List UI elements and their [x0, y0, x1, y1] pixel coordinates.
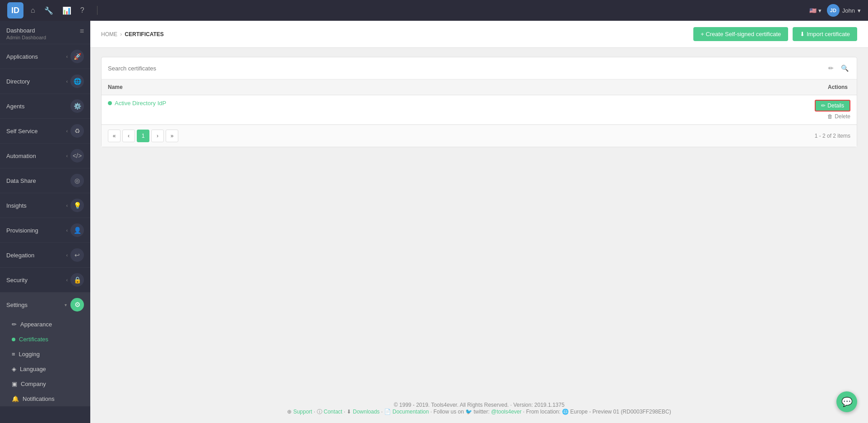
data-share-icon: ◎ — [70, 174, 84, 187]
sidebar-sub-company[interactable]: ▣ Company — [0, 377, 90, 391]
search-input[interactable] — [108, 65, 823, 72]
layout: Dashboard Admin Dashboard ≡ Applications… — [0, 21, 868, 423]
content-area: ✏ 🔍 Name Actions — [90, 48, 868, 395]
provisioning-label: Provisioning — [6, 227, 38, 234]
sidebar-sub-appearance[interactable]: ✏ Appearance — [0, 317, 90, 332]
language-selector[interactable]: 🇺🇸 ▾ — [809, 7, 822, 14]
delete-button[interactable]: 🗑 Delete — [827, 113, 850, 120]
contact-link[interactable]: Contact — [324, 409, 342, 415]
search-button[interactable]: 🔍 — [839, 63, 850, 74]
settings-chevron-icon: ▾ — [65, 302, 67, 307]
company-label: Company — [21, 381, 46, 387]
actions-column-header: Actions — [552, 79, 857, 95]
sidebar-item-data-share[interactable]: Data Share ◎ — [0, 168, 90, 193]
directory-chevron-icon: ‹ — [66, 79, 68, 84]
sidebar-item-insights[interactable]: Insights ‹ 💡 — [0, 193, 90, 218]
applications-label: Applications — [6, 53, 38, 60]
sidebar-item-self-service[interactable]: Self Service ‹ ♻ — [0, 119, 90, 144]
self-service-icon: ♻ — [70, 124, 84, 138]
language-label: Language — [20, 366, 46, 372]
certificate-name-label: Active Directory IdP — [115, 100, 166, 107]
sidebar-sub-logging[interactable]: ≡ Logging — [0, 347, 90, 362]
documentation-link[interactable]: Documentation — [392, 409, 429, 415]
applications-chevron-icon: ‹ — [66, 54, 68, 59]
certificates-label: Certificates — [19, 336, 48, 343]
applications-icon: 🚀 — [70, 50, 84, 63]
user-chevron-icon: ▾ — [858, 7, 861, 14]
details-button[interactable]: ✏ Details — [815, 100, 850, 112]
app-logo[interactable]: ID — [7, 2, 23, 19]
sidebar-sub-language[interactable]: ◈ Language — [0, 362, 90, 377]
sidebar-item-agents[interactable]: Agents ⚙️ — [0, 94, 90, 119]
self-service-label: Self Service — [6, 128, 37, 135]
certificates-table-body: Active Directory IdP ✏ Details — [102, 95, 857, 125]
sidebar-item-directory[interactable]: Directory ‹ 🌐 — [0, 69, 90, 94]
location-text: From location: — [526, 409, 561, 415]
agents-label: Agents — [6, 103, 24, 110]
table-row: Active Directory IdP ✏ Details — [102, 95, 857, 125]
settings-gear-icon: ⚙ — [70, 298, 84, 311]
table-header: Name Actions — [102, 79, 857, 95]
logging-icon: ≡ — [12, 351, 15, 358]
settings-label: Settings — [6, 302, 28, 308]
certificates-dot-icon — [12, 338, 15, 341]
sidebar-sub-notifications[interactable]: 🔔 Notifications — [0, 391, 90, 406]
pagination-bar: « ‹ 1 › » 1 - 2 of 2 items — [102, 125, 857, 147]
globe-icon: 🌐 — [562, 409, 569, 415]
pagination-controls: « ‹ 1 › » — [108, 130, 178, 142]
sidebar-sub-certificates[interactable]: Certificates — [0, 332, 90, 347]
prev-page-button[interactable]: ‹ — [122, 130, 135, 142]
top-nav: ID ⌂ 🔧 📊 ? 🇺🇸 ▾ JD John ▾ — [0, 0, 868, 21]
delegation-chevron-icon: ‹ — [66, 253, 68, 258]
breadcrumb-home[interactable]: HOME — [101, 31, 117, 37]
sidebar-item-dashboard[interactable]: Dashboard Admin Dashboard ≡ — [0, 21, 90, 44]
dashboard-subtitle: Admin Dashboard — [6, 35, 46, 40]
next-page-button[interactable]: › — [151, 130, 164, 142]
delegation-icon: ↩ — [70, 248, 84, 262]
appearance-label: Appearance — [20, 321, 52, 328]
wrench-icon[interactable]: 🔧 — [44, 6, 53, 15]
sidebar-item-applications[interactable]: Applications ‹ 🚀 — [0, 44, 90, 69]
sidebar-item-security[interactable]: Security ‹ 🔒 — [0, 268, 90, 293]
certificate-name[interactable]: Active Directory IdP — [108, 100, 545, 107]
certificate-status-icon — [108, 101, 112, 105]
breadcrumb: HOME › CERTIFICATES — [101, 31, 164, 37]
nav-divider — [97, 6, 97, 15]
doc-icon: 📄 — [384, 409, 391, 415]
sidebar-item-delegation[interactable]: Delegation ‹ ↩ — [0, 243, 90, 268]
provisioning-icon: 👤 — [70, 223, 84, 237]
breadcrumb-current: CERTIFICATES — [125, 31, 163, 37]
create-certificate-button[interactable]: + Create Self-signed certificate — [693, 27, 788, 41]
search-bar: ✏ 🔍 — [102, 57, 857, 79]
home-icon[interactable]: ⌂ — [31, 6, 35, 14]
top-nav-icons: ⌂ 🔧 📊 ? — [31, 6, 101, 15]
sidebar-item-automation[interactable]: Automation ‹ </> — [0, 144, 90, 168]
first-page-button[interactable]: « — [108, 130, 121, 142]
pencil-icon: ✏ — [821, 102, 826, 109]
chat-button[interactable]: 💬 — [836, 391, 857, 412]
import-certificate-button[interactable]: ⬇ Import certificate — [793, 27, 857, 41]
twitter-link[interactable]: @tools4ever — [491, 409, 522, 415]
chart-icon[interactable]: 📊 — [62, 6, 71, 15]
provisioning-chevron-icon: ‹ — [66, 228, 68, 233]
support-link[interactable]: Support — [293, 409, 312, 415]
user-avatar: JD — [827, 4, 840, 17]
agents-icon: ⚙️ — [70, 99, 84, 113]
page-1-button[interactable]: 1 — [137, 130, 149, 142]
sidebar-item-provisioning[interactable]: Provisioning ‹ 👤 — [0, 218, 90, 243]
notifications-icon: 🔔 — [12, 395, 19, 402]
edit-search-button[interactable]: ✏ — [826, 63, 836, 74]
help-icon[interactable]: ? — [80, 6, 84, 14]
security-icon: 🔒 — [70, 273, 84, 287]
language-icon: ◈ — [12, 366, 16, 372]
dashboard-title: Dashboard — [6, 27, 46, 34]
action-buttons: ✏ Details 🗑 Delete — [558, 100, 851, 120]
downloads-link[interactable]: Downloads — [353, 409, 380, 415]
last-page-button[interactable]: » — [166, 130, 178, 142]
main-content: HOME › CERTIFICATES + Create Self-signed… — [90, 21, 868, 423]
download-icon: ⬇ — [347, 409, 351, 415]
certificates-table: Name Actions Active Directory IdP — [102, 79, 857, 125]
user-menu[interactable]: JD John ▾ — [827, 4, 861, 17]
logging-label: Logging — [19, 351, 40, 358]
settings-header[interactable]: Settings ▾ ⚙ — [0, 293, 90, 317]
